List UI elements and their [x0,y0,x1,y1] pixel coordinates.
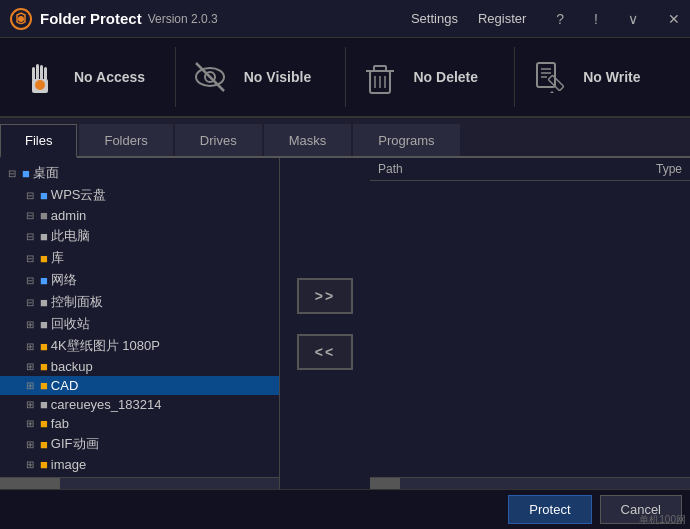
no-write-item[interactable]: No Write [525,53,674,101]
tree-item-label: 网络 [51,271,77,289]
right-horizontal-scrollbar[interactable] [370,477,690,489]
tree-item-label: 回收站 [51,315,90,333]
minimize-button[interactable]: ∨ [628,11,638,27]
remove-button[interactable]: << [297,334,353,370]
file-icon: ■ [40,339,48,354]
tab-masks[interactable]: Masks [264,124,352,156]
file-icon: ■ [22,166,30,181]
watermark: 单机100网 [639,513,686,527]
title-bar: Folder Protect Version 2.0.3 Settings Re… [0,0,690,38]
main-content: ⊟ ■ 桌面 ⊟ ■ WPS云盘 ⊟ ■ admin ⊟ ■ 此电脑 ⊟ ■ 库… [0,158,690,489]
tab-folders[interactable]: Folders [79,124,172,156]
expand-icon[interactable]: ⊞ [26,341,40,352]
tree-item[interactable]: ⊟ ■ 库 [0,247,279,269]
right-content[interactable] [370,181,690,477]
app-title: Folder Protect [40,10,142,27]
svg-point-7 [35,80,45,90]
file-icon: ■ [40,251,48,266]
tab-programs[interactable]: Programs [353,124,459,156]
expand-icon[interactable]: ⊟ [8,168,22,179]
info-button[interactable]: ! [594,11,598,27]
tree-item-label: image [51,457,86,472]
tree-item[interactable]: ⊞ ■ fab [0,414,279,433]
tree-item[interactable]: ⊟ ■ 控制面板 [0,291,279,313]
right-panel: Path Type [370,158,690,489]
add-button[interactable]: >> [297,278,353,314]
no-visible-item[interactable]: No Visible [186,53,335,101]
no-access-item[interactable]: No Access [16,53,165,101]
tree-item-label: backup [51,359,93,374]
close-button[interactable]: ✕ [668,11,680,27]
expand-icon[interactable]: ⊟ [26,190,40,201]
tree-item[interactable]: ⊟ ■ 桌面 [0,162,279,184]
file-icon: ■ [40,457,48,472]
tab-drives[interactable]: Drives [175,124,262,156]
no-delete-label: No Delete [414,69,479,85]
tree-item[interactable]: ⊞ ■ CAD [0,376,279,395]
expand-icon[interactable]: ⊞ [26,319,40,330]
tree-item[interactable]: ⊟ ■ admin [0,206,279,225]
tree-item-label: GIF动画 [51,435,99,453]
tree-item-label: 4K壁纸图片 1080P [51,337,160,355]
title-nav: Settings Register ? ! ∨ ✕ [411,11,680,27]
settings-nav[interactable]: Settings [411,11,458,26]
file-icon: ■ [40,378,48,393]
tree-item-label: 桌面 [33,164,59,182]
tab-files[interactable]: Files [0,124,77,158]
file-icon: ■ [40,437,48,452]
tree-item-label: 库 [51,249,64,267]
register-nav[interactable]: Register [478,11,526,26]
file-icon: ■ [40,295,48,310]
expand-icon[interactable]: ⊞ [26,399,40,410]
no-delete-icon [356,53,404,101]
no-delete-item[interactable]: No Delete [356,53,505,101]
tree-item[interactable]: ⊞ ■ 4K壁纸图片 1080P [0,335,279,357]
expand-icon[interactable]: ⊟ [26,297,40,308]
left-panel: ⊟ ■ 桌面 ⊟ ■ WPS云盘 ⊟ ■ admin ⊟ ■ 此电脑 ⊟ ■ 库… [0,158,280,489]
bottom-bar: Protect Cancel 单机100网 [0,489,690,529]
expand-icon[interactable]: ⊟ [26,231,40,242]
svg-rect-4 [36,64,39,81]
file-icon: ■ [40,416,48,431]
expand-icon[interactable]: ⊞ [26,439,40,450]
protect-button[interactable]: Protect [508,495,591,524]
path-column-header: Path [378,162,622,176]
tree-h-thumb[interactable] [0,478,60,489]
file-icon: ■ [40,188,48,203]
expand-icon[interactable]: ⊞ [26,459,40,470]
file-icon: ■ [40,317,48,332]
svg-rect-6 [44,67,47,81]
no-visible-icon [186,53,234,101]
tree-item[interactable]: ⊞ ■ careueyes_183214 [0,395,279,414]
file-tree[interactable]: ⊟ ■ 桌面 ⊟ ■ WPS云盘 ⊟ ■ admin ⊟ ■ 此电脑 ⊟ ■ 库… [0,158,279,477]
right-header: Path Type [370,158,690,181]
protection-bar: No Access No Visible [0,38,690,118]
tree-item-label: fab [51,416,69,431]
no-access-icon [16,53,64,101]
type-column-header: Type [622,162,682,176]
tree-item[interactable]: ⊞ ■ 回收站 [0,313,279,335]
file-icon: ■ [40,208,48,223]
tree-item-label: careueyes_183214 [51,397,162,412]
svg-point-1 [18,16,24,22]
tree-horizontal-scrollbar[interactable] [0,477,279,489]
svg-marker-22 [550,91,554,93]
tree-item[interactable]: ⊟ ■ 此电脑 [0,225,279,247]
tree-item[interactable]: ⊟ ■ 网络 [0,269,279,291]
tree-item[interactable]: ⊞ ■ GIF动画 [0,433,279,455]
tree-item[interactable]: ⊟ ■ WPS云盘 [0,184,279,206]
tree-item[interactable]: ⊞ ■ backup [0,357,279,376]
tree-item-label: WPS云盘 [51,186,107,204]
tree-item[interactable]: ⊞ ■ image [0,455,279,474]
expand-icon[interactable]: ⊟ [26,210,40,221]
expand-icon[interactable]: ⊟ [26,253,40,264]
tree-item-label: CAD [51,378,78,393]
expand-icon[interactable]: ⊟ [26,275,40,286]
expand-icon[interactable]: ⊞ [26,418,40,429]
expand-icon[interactable]: ⊞ [26,361,40,372]
tabs-bar: FilesFoldersDrivesMasksPrograms [0,118,690,158]
expand-icon[interactable]: ⊞ [26,380,40,391]
help-button[interactable]: ? [556,11,564,27]
file-icon: ■ [40,359,48,374]
right-h-thumb[interactable] [370,478,400,489]
